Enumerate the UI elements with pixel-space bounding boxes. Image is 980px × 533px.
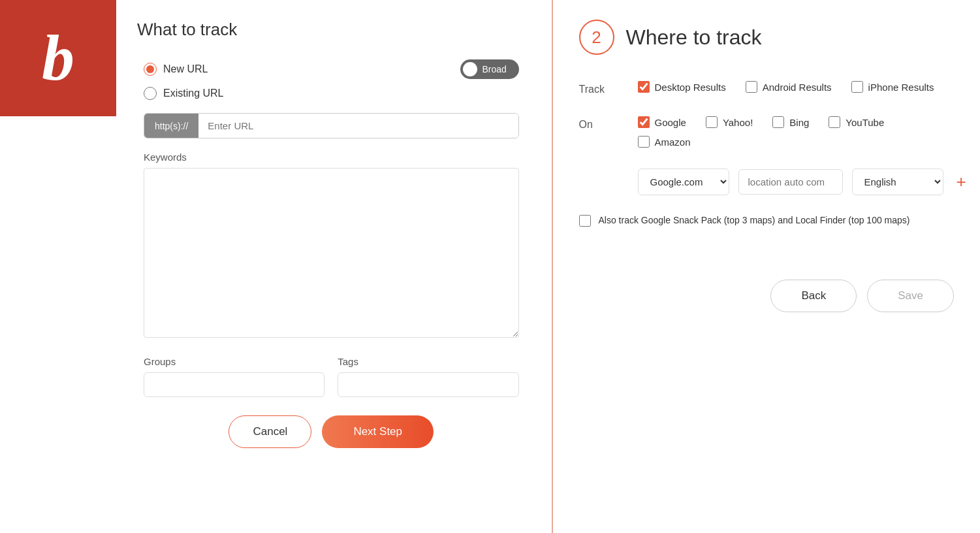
left-actions: Cancel Next Step (144, 415, 519, 448)
logo-panel: b (0, 0, 116, 116)
save-button[interactable]: Save (867, 280, 954, 312)
keywords-label: Keywords (144, 152, 519, 163)
google-domain-select[interactable]: Google.com Google.co.uk Google.ca (638, 169, 729, 195)
broad-toggle[interactable]: Broad (460, 59, 519, 79)
dropdowns-row: Google.com Google.co.uk Google.ca Englis… (638, 169, 955, 195)
youtube-checkbox[interactable] (829, 116, 840, 128)
desktop-results-text: Desktop Results (655, 82, 726, 93)
groups-label: Groups (144, 356, 324, 367)
yahoo-text: Yahoo! (723, 117, 753, 128)
existing-url-row: Existing URL (144, 87, 519, 100)
language-select[interactable]: English Spanish French (852, 169, 943, 195)
amazon-label[interactable]: Amazon (638, 136, 691, 148)
new-url-label[interactable]: New URL (144, 63, 208, 76)
snack-pack-text: Also track Google Snack Pack (top 3 maps… (599, 214, 910, 227)
existing-url-label[interactable]: Existing URL (144, 87, 223, 100)
tags-input[interactable] (338, 372, 518, 397)
iphone-results-checkbox[interactable] (851, 81, 863, 93)
iphone-results-text: iPhone Results (868, 82, 934, 93)
youtube-label[interactable]: YouTube (829, 116, 884, 128)
step-header: 2 Where to track (579, 20, 955, 55)
new-url-radio[interactable] (144, 63, 157, 76)
step-circle: 2 (579, 20, 614, 55)
right-panel: 2 Where to track Track Desktop Results A… (553, 0, 981, 533)
snack-pack-row: Also track Google Snack Pack (top 3 maps… (579, 214, 955, 227)
bing-text: Bing (789, 117, 809, 128)
url-options-group: New URL Broad Existing URL (144, 59, 519, 100)
groups-group: Groups (144, 356, 324, 397)
google-checkbox[interactable] (638, 116, 650, 128)
bing-label[interactable]: Bing (772, 116, 809, 128)
yahoo-label[interactable]: Yahoo! (706, 116, 753, 128)
youtube-text: YouTube (846, 117, 884, 128)
new-url-row: New URL Broad (144, 59, 519, 79)
snack-pack-checkbox[interactable] (579, 215, 591, 227)
next-step-button[interactable]: Next Step (322, 415, 434, 448)
android-results-text: Android Results (763, 82, 832, 93)
groups-tags-row: Groups Tags (144, 356, 519, 397)
yahoo-checkbox[interactable] (706, 116, 718, 128)
tags-group: Tags (338, 356, 518, 397)
right-section-title: Where to track (626, 25, 762, 50)
iphone-results-label[interactable]: iPhone Results (851, 81, 934, 93)
on-label: On (579, 116, 618, 131)
add-location-button[interactable]: + (953, 172, 970, 192)
track-label: Track (579, 81, 618, 95)
track-section: Track Desktop Results Android Results iP… (579, 81, 955, 95)
groups-input[interactable] (144, 372, 324, 397)
keywords-textarea[interactable] (144, 168, 519, 338)
left-section-title: What to track (137, 20, 519, 40)
on-checkboxes: Google Yahoo! Bing YouTube Amazon (638, 116, 955, 148)
amazon-text: Amazon (655, 137, 691, 148)
amazon-checkbox[interactable] (638, 136, 650, 148)
cancel-button[interactable]: Cancel (229, 415, 311, 448)
bing-checkbox[interactable] (772, 116, 784, 128)
on-section: On Google Yahoo! Bing YouTube (579, 116, 955, 148)
url-input-row: http(s):// (144, 113, 519, 138)
existing-url-text: Existing URL (163, 88, 223, 99)
android-results-label[interactable]: Android Results (746, 81, 832, 93)
desktop-results-label[interactable]: Desktop Results (638, 81, 726, 93)
google-text: Google (655, 117, 686, 128)
tags-label: Tags (338, 356, 518, 367)
url-field[interactable] (198, 114, 518, 138)
logo-letter: b (42, 25, 74, 91)
new-url-text: New URL (163, 63, 208, 75)
toggle-circle (463, 62, 477, 76)
back-button[interactable]: Back (770, 280, 857, 312)
desktop-results-checkbox[interactable] (638, 81, 650, 93)
track-checkboxes: Desktop Results Android Results iPhone R… (638, 81, 934, 93)
existing-url-radio[interactable] (144, 87, 157, 100)
android-results-checkbox[interactable] (746, 81, 757, 93)
right-actions: Back Save (579, 280, 955, 312)
url-prefix: http(s):// (144, 114, 198, 138)
location-input[interactable] (738, 169, 843, 195)
google-label[interactable]: Google (638, 116, 686, 128)
toggle-label: Broad (482, 64, 507, 74)
